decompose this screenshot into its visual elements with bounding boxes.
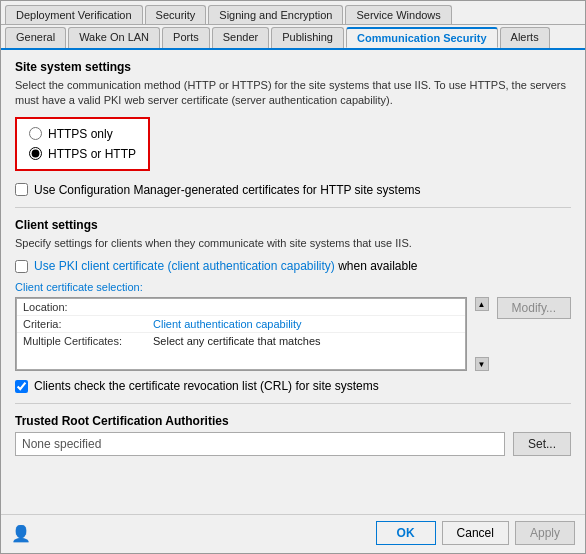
- use-config-manager-cert-checkbox[interactable]: [15, 183, 28, 196]
- trusted-root-title: Trusted Root Certification Authorities: [15, 414, 571, 428]
- trusted-root-input[interactable]: [15, 432, 505, 456]
- tab-deployment-verification[interactable]: Deployment Verification: [5, 5, 143, 24]
- radio-https-only[interactable]: [29, 127, 42, 140]
- tab-communication-security[interactable]: Communication Security: [346, 27, 498, 48]
- pki-checkbox-row: Use PKI client certificate (client authe…: [15, 259, 571, 273]
- section-divider-1: [15, 207, 571, 208]
- pki-label-part1: Use PKI client certificate (client authe…: [34, 259, 335, 273]
- cert-val-multiple: Select any certificate that matches: [153, 335, 459, 347]
- cert-table-outer: Location: Criteria: Client authenticatio…: [15, 297, 467, 371]
- tab-signing-encryption[interactable]: Signing and Encryption: [208, 5, 343, 24]
- cert-row-criteria: Criteria: Client authentication capabili…: [17, 316, 465, 333]
- section-divider-2: [15, 403, 571, 404]
- cert-val-criteria: Client authentication capability: [153, 318, 459, 330]
- tab-service-windows[interactable]: Service Windows: [345, 5, 451, 24]
- apply-button[interactable]: Apply: [515, 521, 575, 545]
- trusted-root-row: Set...: [15, 432, 571, 456]
- site-system-desc: Select the communication method (HTTP or…: [15, 78, 571, 109]
- modify-button[interactable]: Modify...: [497, 297, 571, 319]
- tab-sender[interactable]: Sender: [212, 27, 269, 48]
- cert-scroll-track: [475, 311, 489, 357]
- client-settings-title: Client settings: [15, 218, 571, 232]
- content-area: Site system settings Select the communic…: [1, 50, 585, 514]
- tab-wake-on-lan[interactable]: Wake On LAN: [68, 27, 160, 48]
- cert-scroll-down[interactable]: ▼: [475, 357, 489, 371]
- tab-row-2: General Wake On LAN Ports Sender Publish…: [1, 25, 585, 50]
- crl-label: Clients check the certificate revocation…: [34, 379, 379, 393]
- site-system-title: Site system settings: [15, 60, 571, 74]
- main-window: Deployment Verification Security Signing…: [0, 0, 586, 554]
- tab-row-1: Deployment Verification Security Signing…: [1, 1, 585, 25]
- crl-checkbox-row: Clients check the certificate revocation…: [15, 379, 571, 393]
- cert-row-location: Location:: [17, 299, 465, 316]
- cert-val-location: [153, 301, 459, 313]
- use-config-manager-cert-row: Use Configuration Manager-generated cert…: [15, 183, 571, 197]
- cert-table-wrapper: Location: Criteria: Client authenticatio…: [15, 297, 571, 371]
- footer-icon: 👤: [11, 524, 31, 543]
- crl-checkbox[interactable]: [15, 380, 28, 393]
- pki-checkbox[interactable]: [15, 260, 28, 273]
- pki-label: Use PKI client certificate (client authe…: [34, 259, 418, 273]
- radio-https-or-http-text: HTTPS or HTTP: [48, 147, 136, 161]
- site-system-section: Site system settings Select the communic…: [15, 60, 571, 197]
- ok-button[interactable]: OK: [376, 521, 436, 545]
- tab-alerts[interactable]: Alerts: [500, 27, 550, 48]
- cert-key-multiple: Multiple Certificates:: [23, 335, 153, 347]
- tab-ports[interactable]: Ports: [162, 27, 210, 48]
- cert-key-criteria: Criteria:: [23, 318, 153, 330]
- cert-key-location: Location:: [23, 301, 153, 313]
- cert-row-multiple: Multiple Certificates: Select any certif…: [17, 333, 465, 349]
- radio-https-only-label[interactable]: HTTPS only: [29, 127, 136, 141]
- client-settings-desc: Specify settings for clients when they c…: [15, 236, 571, 251]
- radio-group: HTTPS only HTTPS or HTTP: [15, 117, 150, 171]
- set-button[interactable]: Set...: [513, 432, 571, 456]
- tab-general[interactable]: General: [5, 27, 66, 48]
- client-settings-section: Client settings Specify settings for cli…: [15, 218, 571, 393]
- pki-label-part2: when available: [335, 259, 418, 273]
- tab-publishing[interactable]: Publishing: [271, 27, 344, 48]
- cert-table: Location: Criteria: Client authenticatio…: [16, 298, 466, 370]
- footer: 👤 OK Cancel Apply: [1, 514, 585, 553]
- cert-selection-label: Client certificate selection:: [15, 281, 571, 293]
- use-config-manager-cert-label: Use Configuration Manager-generated cert…: [34, 183, 421, 197]
- trusted-root-section: Trusted Root Certification Authorities S…: [15, 414, 571, 456]
- cert-scroll-up[interactable]: ▲: [475, 297, 489, 311]
- radio-https-or-http-label[interactable]: HTTPS or HTTP: [29, 147, 136, 161]
- cert-scrollbar: ▲ ▼: [475, 297, 489, 371]
- tab-security[interactable]: Security: [145, 5, 207, 24]
- radio-https-only-text: HTTPS only: [48, 127, 113, 141]
- radio-https-or-http[interactable]: [29, 147, 42, 160]
- cancel-button[interactable]: Cancel: [442, 521, 509, 545]
